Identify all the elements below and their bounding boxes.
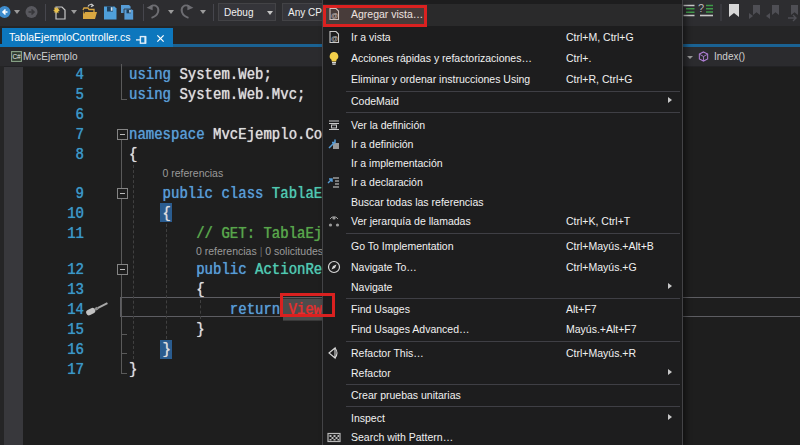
svg-text:?: ?: [698, 2, 704, 14]
svg-text:@: @: [331, 35, 338, 42]
svg-text:C#: C#: [12, 53, 21, 60]
